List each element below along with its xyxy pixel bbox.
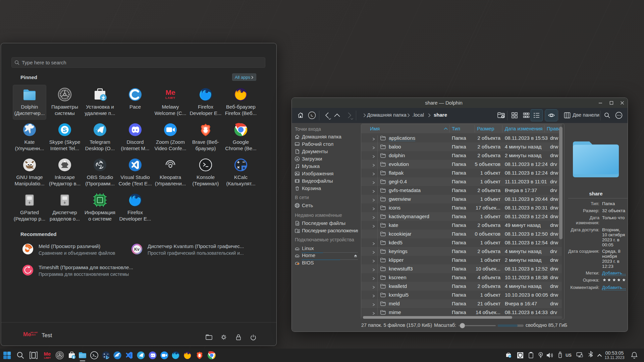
svg-text:MELAWY: MELAWY — [31, 331, 38, 334]
svg-text:S: S — [63, 127, 67, 133]
svg-text:Me: Me — [165, 88, 175, 96]
svg-text:LAWY: LAWY — [165, 96, 175, 100]
svg-text:Kv: Kv — [134, 247, 140, 252]
svg-text:LAWY: LAWY — [44, 357, 51, 359]
svg-text:LINUX: LINUX — [31, 334, 36, 336]
svg-text:Me: Me — [44, 351, 51, 357]
svg-text:Me: Me — [23, 331, 31, 338]
